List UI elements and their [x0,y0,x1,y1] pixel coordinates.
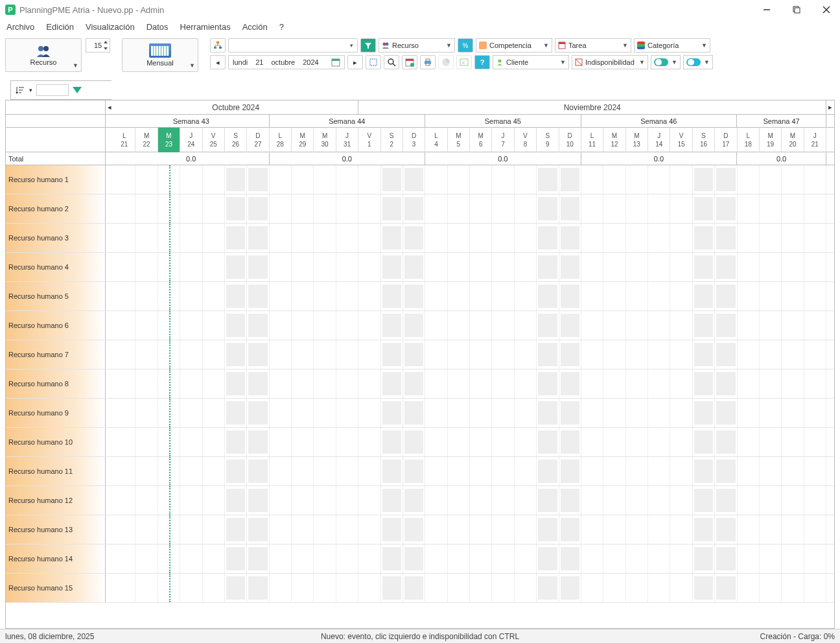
excel-icon: x [460,58,469,67]
dropdown-caret-icon: ▼ [189,62,195,69]
menu-help[interactable]: ? [279,22,284,32]
toolbar: Recurso ▼ 15 Mensual ▼ ▾ Recurso▼ % [0,37,840,76]
svg-line-34 [576,59,582,65]
dropdown-recurso[interactable]: Recurso▼ [379,38,455,53]
toggle-2[interactable]: ▼ [683,55,713,69]
svg-point-15 [386,43,389,46]
svg-rect-2 [795,8,800,13]
task-icon [558,41,566,49]
printer-icon [423,58,432,67]
svg-line-22 [393,64,395,66]
rows-spinner[interactable]: 15 [86,38,110,53]
menu-archivo[interactable]: Archivo [6,22,34,32]
calendar-grid-icon [149,43,171,58]
dropdown-tarea[interactable]: Tarea▼ [555,38,631,53]
toggle-1[interactable]: ▼ [651,55,681,69]
svg-rect-9 [219,47,222,49]
competence-icon [479,41,487,49]
svg-text:x: x [462,60,465,65]
calendar-alert-button[interactable] [402,55,417,69]
svg-rect-28 [426,64,430,65]
percent-button[interactable]: % [458,38,473,53]
dropdown-categoria[interactable]: Categoría▼ [634,38,710,53]
svg-rect-7 [216,41,219,43]
help-info-button[interactable]: ? [474,55,490,69]
toolbar-mensual-label: Mensual [146,59,174,67]
filter-funnel-button[interactable] [360,38,376,53]
svg-rect-19 [332,59,340,61]
svg-point-6 [43,46,49,51]
category-icon [637,41,645,49]
svg-rect-17 [559,42,565,44]
unavailability-icon [575,58,583,66]
people-icon [382,41,390,49]
toolbar-mensual-button[interactable]: Mensual ▼ [122,38,198,72]
combo-empty[interactable]: ▾ [228,38,358,53]
print-button[interactable] [420,55,436,69]
minimize-button[interactable] [758,1,775,18]
menu-datos[interactable]: Datos [146,22,169,32]
window-title: PlanningPME Atria - Nuevo.pp - Admin [19,5,164,15]
svg-point-5 [38,46,43,51]
date-picker[interactable]: lundi 21 octubre 2024 [228,55,345,69]
dropdown-indisponibilidad[interactable]: Indisponibilidad▼ [572,55,648,69]
close-button[interactable] [818,1,835,18]
toolbar-recurso-label: Recurso [30,58,57,66]
dropdown-cliente[interactable]: Cliente▼ [493,55,569,69]
pie-icon [441,58,450,67]
excel-export-button[interactable]: x [456,55,472,69]
nav-next-button[interactable]: ▸ [347,55,363,69]
marquee-select-button[interactable] [366,55,381,69]
menu-edicion[interactable]: Edición [46,22,74,32]
svg-rect-8 [214,47,216,49]
svg-rect-24 [406,59,414,61]
maximize-button[interactable] [788,1,805,18]
menu-accion[interactable]: Acción [242,22,268,32]
svg-point-25 [410,63,414,67]
dropdown-caret-icon: ▼ [73,62,78,69]
toolbar-recurso-button[interactable]: Recurso ▼ [5,38,82,72]
pie-chart-button[interactable] [438,55,454,69]
svg-rect-20 [370,59,377,65]
search-button[interactable] [384,55,399,69]
nav-prev-button[interactable]: ◂ [210,55,226,69]
dropdown-competencia[interactable]: Competencia▼ [476,38,552,53]
menubar: Archivo Edición Visualización Datos Herr… [0,19,840,37]
hierarchy-icon-button[interactable] [210,38,226,53]
svg-point-21 [388,59,393,64]
menu-herramientas[interactable]: Herramientas [180,22,231,32]
calendar-icon [331,58,340,67]
app-logo-icon: P [5,5,16,15]
svg-rect-27 [426,59,430,61]
titlebar: P PlanningPME Atria - Nuevo.pp - Admin [0,0,840,19]
search-icon [387,58,396,67]
menu-visualizacion[interactable]: Visualización [86,22,135,32]
client-icon [496,58,504,66]
svg-point-32 [498,60,502,63]
people-icon [34,44,52,58]
